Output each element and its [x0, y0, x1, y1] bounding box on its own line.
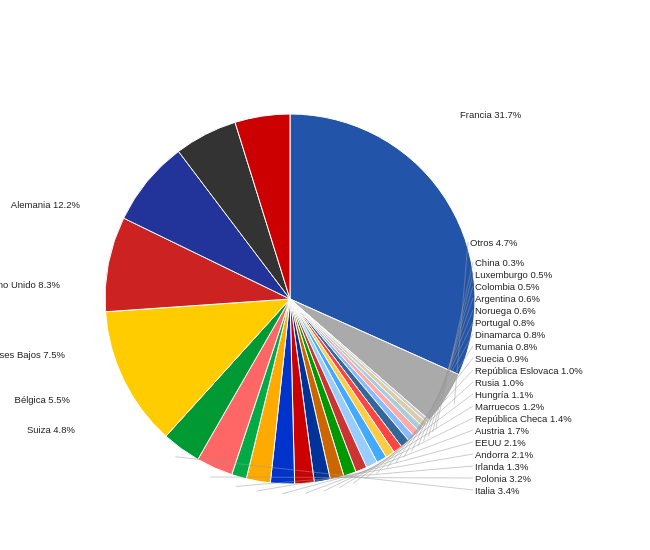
segment-label: Hungría 1.1%: [475, 389, 534, 400]
segment-label: Países Bajos 7.5%: [0, 349, 66, 360]
pie-svg: Francia 31.7%Otros 4.7%China 0.3%Luxembu…: [0, 14, 650, 509]
segment-label: Irlanda 1.3%: [475, 461, 529, 472]
segment-label: Marruecos 1.2%: [475, 401, 545, 412]
segment-label: Suecia 0.9%: [475, 353, 529, 364]
segment-label: Alemania 12.2%: [11, 199, 81, 210]
segment-label: Austria 1.7%: [475, 425, 529, 436]
segment-label: Argentina 0.6%: [475, 293, 541, 304]
segment-label: Dinamarca 0.8%: [475, 329, 546, 340]
segment-label: Rusia 1.0%: [475, 377, 524, 388]
segment-label: Reino Unido 8.3%: [0, 279, 61, 290]
footer-url: [321, 542, 329, 550]
segment-label: China 0.3%: [475, 257, 525, 268]
segment-label: Polonia 3.2%: [475, 473, 532, 484]
segment-label: República Checa 1.4%: [475, 413, 572, 424]
chart-container: Francia 31.7%Otros 4.7%China 0.3%Luxembu…: [0, 0, 650, 550]
chart-area: Francia 31.7%Otros 4.7%China 0.3%Luxembu…: [0, 14, 650, 542]
segment-label: Luxemburgo 0.5%: [475, 269, 553, 280]
segment-label: República Eslovaca 1.0%: [475, 365, 583, 376]
segment-label: Francia 31.7%: [460, 109, 522, 120]
segment-label: Otros 4.7%: [470, 237, 518, 248]
segment-label: Bélgica 5.5%: [15, 394, 71, 405]
segment-label: Andorra 2.1%: [475, 449, 534, 460]
segment-label: Noruega 0.6%: [475, 305, 536, 316]
segment-label: Colombia 0.5%: [475, 281, 540, 292]
segment-label: Italia 3.4%: [475, 485, 520, 496]
segment-label: EEUU 2.1%: [475, 437, 526, 448]
segment-label: Portugal 0.8%: [475, 317, 535, 328]
segment-label: Rumania 0.8%: [475, 341, 538, 352]
segment-label: Suiza 4.8%: [27, 424, 76, 435]
